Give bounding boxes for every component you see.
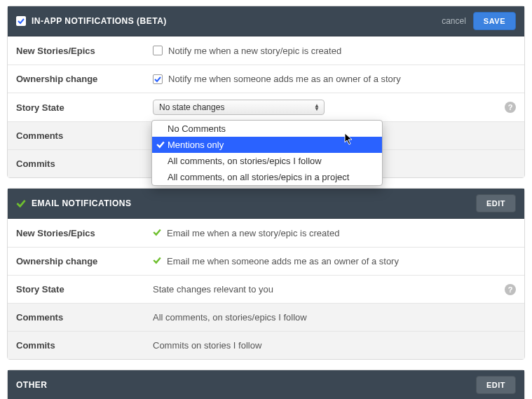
- panel-title: EMAIL NOTIFICATIONS: [32, 198, 131, 208]
- row-label: Ownership change: [16, 256, 153, 266]
- panel-header-email: EMAIL NOTIFICATIONS EDIT: [8, 189, 524, 219]
- dropdown-option-follow[interactable]: All comments, on stories/epics I follow: [152, 153, 382, 169]
- checkmark-icon: [153, 228, 161, 238]
- row-new-stories: New Stories/Epics Email me when a new st…: [8, 219, 524, 247]
- row-label: Story State: [16, 102, 153, 113]
- checkmark-icon: [156, 140, 165, 149]
- panel-header-other: OTHER EDIT: [8, 370, 524, 399]
- checkbox-icon: [16, 16, 26, 26]
- checkmark-icon: [16, 198, 26, 208]
- option-label: Mentions only: [168, 140, 224, 150]
- edit-button[interactable]: EDIT: [476, 194, 516, 212]
- row-text: Notify me when a new story/epic is creat…: [168, 46, 341, 56]
- row-label: Commits: [16, 158, 153, 169]
- option-label: No Comments: [168, 123, 226, 134]
- save-button[interactable]: SAVE: [473, 12, 516, 30]
- row-label: Comments: [16, 130, 153, 141]
- row-ownership: Ownership change Notify me when someone …: [8, 65, 524, 93]
- row-text: State changes relevant to you: [153, 284, 273, 295]
- panel-title: OTHER: [16, 380, 48, 390]
- panel-inapp: IN-APP NOTIFICATIONS (BETA) cancel SAVE …: [7, 6, 525, 178]
- panel-other: OTHER EDIT Product Updates & Newsletters…: [7, 370, 525, 399]
- row-new-stories: New Stories/Epics Notify me when a new s…: [8, 36, 524, 65]
- help-icon[interactable]: ?: [505, 284, 516, 295]
- row-label: New Stories/Epics: [16, 228, 153, 238]
- row-text: Commits on stories I follow: [153, 340, 261, 351]
- dropdown-option-mentions-only[interactable]: Mentions only: [152, 137, 382, 153]
- row-text: Email me when someone adds me as an owne…: [167, 256, 399, 266]
- row-label: Story State: [16, 284, 153, 295]
- comments-dropdown: No Comments Mentions only All comments, …: [151, 120, 383, 186]
- edit-button[interactable]: EDIT: [476, 376, 516, 394]
- cancel-link[interactable]: cancel: [442, 16, 466, 26]
- panel-body: New Stories/Epics Notify me when a new s…: [8, 36, 524, 177]
- panel-email: EMAIL NOTIFICATIONS EDIT New Stories/Epi…: [7, 188, 525, 360]
- story-state-select[interactable]: No state changes ▲▼: [153, 100, 325, 115]
- select-value: No state changes: [159, 102, 310, 112]
- panel-title: IN-APP NOTIFICATIONS (BETA): [32, 16, 167, 26]
- chevron-updown-icon: ▲▼: [314, 104, 320, 111]
- row-text: All comments, on stories/epics I follow: [153, 312, 307, 323]
- checkbox-new-stories[interactable]: [153, 46, 163, 55]
- checkmark-icon: [153, 256, 161, 266]
- row-commits: Commits Commits on stories I follow: [8, 331, 524, 359]
- row-label: Ownership change: [16, 74, 153, 84]
- help-icon[interactable]: ?: [505, 102, 516, 113]
- option-label: All comments, on all stories/epics in a …: [168, 172, 349, 182]
- row-ownership: Ownership change Email me when someone a…: [8, 247, 524, 275]
- option-label: All comments, on stories/epics I follow: [168, 156, 322, 166]
- row-text: Email me when a new story/epic is create…: [167, 228, 339, 238]
- dropdown-option-all[interactable]: All comments, on all stories/epics in a …: [152, 169, 382, 185]
- row-story-state: Story State No state changes ▲▼ ? No Com…: [8, 93, 524, 121]
- panel-header-inapp: IN-APP NOTIFICATIONS (BETA) cancel SAVE: [8, 6, 524, 36]
- row-story-state: Story State State changes relevant to yo…: [8, 275, 524, 303]
- row-text: Notify me when someone adds me as an own…: [168, 74, 401, 84]
- row-label: Comments: [16, 312, 153, 323]
- row-label: New Stories/Epics: [16, 46, 153, 56]
- dropdown-option-no-comments[interactable]: No Comments: [152, 121, 382, 137]
- row-comments: Comments All comments, on stories/epics …: [8, 303, 524, 331]
- row-label: Commits: [16, 340, 153, 351]
- checkbox-ownership[interactable]: [153, 74, 163, 84]
